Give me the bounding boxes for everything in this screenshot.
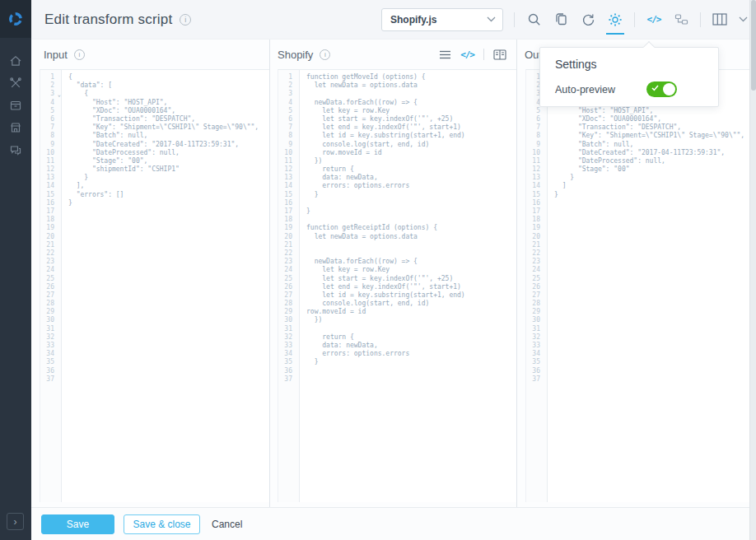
code-line bbox=[554, 375, 751, 384]
toolbar: Shopify.js bbox=[381, 8, 748, 31]
code-line bbox=[554, 283, 751, 291]
code-line: return { bbox=[306, 333, 516, 342]
panel-header-divider bbox=[483, 49, 484, 60]
code-line bbox=[554, 325, 751, 333]
code-area[interactable]: { "data": [ { "Host": "HOST_API", "XDoc"… bbox=[62, 70, 269, 502]
code-line bbox=[68, 266, 269, 274]
code-line bbox=[68, 233, 269, 241]
sidebar-item-chat[interactable] bbox=[0, 138, 31, 161]
code-line: function getReceiptId (options) { bbox=[306, 224, 516, 232]
reference-book-button[interactable] bbox=[493, 49, 506, 60]
code-line bbox=[68, 283, 269, 291]
code-line: "Key": "Shipment=\"CSHIP1\" Stage=\"90\"… bbox=[554, 132, 751, 140]
input-panel-label: Input bbox=[44, 49, 68, 61]
code-line bbox=[68, 291, 269, 300]
title-info-icon[interactable]: i bbox=[180, 14, 191, 26]
copy-button[interactable] bbox=[553, 12, 569, 28]
transform-header-icons: </> bbox=[439, 49, 506, 60]
transform-panel-header: Shopify i </> bbox=[270, 40, 516, 69]
layout-chevron-button[interactable] bbox=[739, 16, 748, 22]
code-line bbox=[306, 241, 516, 249]
script-file-value: Shopify.js bbox=[390, 14, 436, 26]
code-line: console.log(start, end, id) bbox=[306, 300, 516, 308]
code-line bbox=[554, 241, 751, 249]
window-scrollbar[interactable] bbox=[749, 0, 756, 540]
code-line: }) bbox=[306, 157, 516, 165]
check-icon bbox=[651, 85, 659, 91]
code-line bbox=[554, 316, 751, 324]
code-line bbox=[68, 350, 269, 358]
sidebar-item-tools[interactable] bbox=[0, 72, 31, 94]
tools-icon bbox=[9, 77, 22, 90]
code-line bbox=[68, 342, 269, 350]
code-line bbox=[554, 207, 751, 216]
input-code-editor[interactable]: 123⌄456789101112131415161718192021222324… bbox=[40, 69, 269, 502]
code-line bbox=[68, 300, 269, 308]
code-line bbox=[68, 249, 269, 258]
code-line: "DateProcessed": null, bbox=[554, 157, 751, 165]
auto-preview-toggle[interactable] bbox=[646, 81, 677, 97]
transform-code-editor[interactable]: 1234567891011121314151617181920212223242… bbox=[278, 69, 516, 502]
code-line bbox=[68, 241, 269, 249]
code-line bbox=[306, 325, 516, 333]
sidebar-item-archive[interactable] bbox=[0, 94, 31, 116]
panel-input: Input i 123⌄4567891011121314151617181920… bbox=[31, 40, 269, 507]
code-line bbox=[68, 333, 269, 342]
script-file-select[interactable]: Shopify.js bbox=[381, 8, 503, 31]
copy-icon bbox=[554, 12, 568, 26]
output-code-editor[interactable]: 1234567891011121314151617181920212223242… bbox=[525, 69, 751, 502]
code-line: let start = key.indexOf('"', +25) bbox=[306, 115, 516, 123]
toolbar-divider bbox=[514, 12, 515, 27]
sidebar-item-store[interactable] bbox=[0, 116, 31, 138]
cancel-button[interactable]: Cancel bbox=[212, 514, 242, 534]
code-line: "errors": [] bbox=[68, 191, 269, 199]
code-area[interactable]: "Host": "HOST_API", "XDoc": "OUA0000164"… bbox=[548, 70, 751, 502]
code-line: let id = key.substring(start+1, end) bbox=[306, 291, 516, 300]
code-line: row.moveId = id bbox=[306, 308, 516, 316]
code-line: } bbox=[306, 358, 516, 366]
save-and-close-button[interactable]: Save & close bbox=[124, 514, 200, 534]
code-line: errors: options.errors bbox=[306, 350, 516, 358]
transform-info-icon[interactable]: i bbox=[320, 49, 330, 60]
code-line bbox=[554, 333, 751, 342]
code-line: "Host": "HOST_API", bbox=[554, 107, 751, 115]
code-line: "Batch": null, bbox=[554, 141, 751, 149]
settings-button[interactable] bbox=[607, 12, 623, 28]
layout-columns-button[interactable] bbox=[712, 12, 728, 28]
search-icon bbox=[527, 12, 541, 26]
scrollbar-thumb[interactable] bbox=[751, 0, 756, 91]
line-number-gutter: 1234567891011121314151617181920212223242… bbox=[278, 70, 300, 502]
code-view-button[interactable]: </> bbox=[646, 12, 662, 28]
archive-box-icon bbox=[9, 99, 22, 112]
code-line: let id = key.substring(start+1, end) bbox=[306, 132, 516, 140]
sidebar-item-home[interactable] bbox=[0, 49, 31, 72]
chat-bubbles-icon bbox=[9, 143, 22, 156]
format-lines-button[interactable] bbox=[439, 50, 451, 59]
code-line bbox=[306, 199, 516, 207]
code-line bbox=[68, 207, 269, 216]
code-line: "Stage": "00", bbox=[68, 157, 269, 165]
search-button[interactable] bbox=[525, 12, 542, 28]
code-line: let end = key.indexOf('"', start+1) bbox=[306, 283, 516, 291]
sidebar-expand-button[interactable]: › bbox=[7, 513, 24, 530]
code-line: row.moveId = id bbox=[306, 149, 516, 157]
code-line bbox=[554, 199, 751, 207]
code-line: let key = row.Key bbox=[306, 107, 516, 115]
tree-view-button[interactable] bbox=[673, 12, 689, 28]
chevron-down-icon bbox=[739, 16, 748, 22]
save-button[interactable]: Save bbox=[41, 514, 114, 534]
editor-panels: Input i 123⌄4567891011121314151617181920… bbox=[31, 40, 756, 507]
code-line bbox=[554, 308, 751, 316]
code-mode-button[interactable]: </> bbox=[460, 49, 474, 60]
code-line bbox=[68, 358, 269, 366]
code-line: } bbox=[306, 207, 516, 216]
code-area[interactable]: function getMoveId (options) { let newDa… bbox=[300, 70, 516, 502]
hamburger-lines-icon bbox=[439, 50, 451, 59]
input-info-icon[interactable]: i bbox=[74, 49, 85, 60]
code-line: let end = key.indexOf('"', start+1) bbox=[306, 123, 516, 132]
code-line bbox=[68, 275, 269, 283]
footer-bar: Save Save & close Cancel bbox=[31, 507, 756, 540]
refresh-button[interactable] bbox=[580, 12, 596, 28]
app-logo[interactable] bbox=[0, 0, 31, 38]
code-line bbox=[554, 275, 751, 283]
